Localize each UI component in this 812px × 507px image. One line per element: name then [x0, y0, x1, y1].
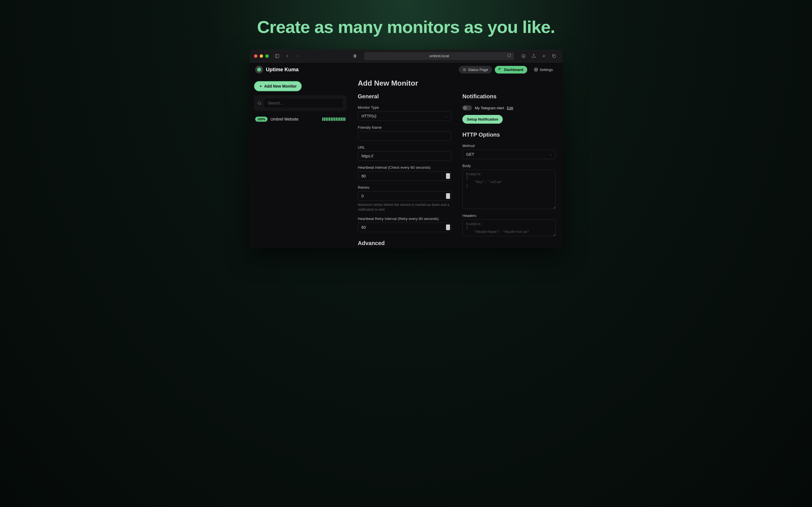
retries-help: Maximum retries before the service is ma… [358, 203, 451, 212]
page-title: Add New Monitor [358, 79, 556, 88]
app-content: Uptime Kuma Status Page Dashboard Settin… [250, 62, 562, 248]
header-nav: Status Page Dashboard Settings [459, 66, 557, 73]
download-icon[interactable] [520, 52, 527, 60]
chevron-down-icon: ⌄ [445, 114, 448, 118]
app-logo-icon [255, 66, 263, 73]
app-brand[interactable]: Uptime Kuma [255, 66, 299, 73]
forward-icon[interactable] [294, 52, 301, 60]
url-text: umbrel.local [429, 54, 449, 58]
nav-dashboard[interactable]: Dashboard [495, 66, 527, 73]
shield-icon[interactable] [351, 52, 359, 60]
body-group: Body [462, 164, 556, 209]
sidebar-icon[interactable] [273, 52, 281, 60]
method-label: Method [462, 144, 556, 148]
chevron-down-icon: ⌄ [550, 153, 552, 156]
svg-line-15 [260, 104, 261, 105]
retries-input[interactable] [358, 191, 451, 201]
retry-interval-group: Heartbeat Retry Interval (Retry every 60… [358, 217, 451, 232]
friendly-name-input[interactable] [358, 131, 451, 141]
body-textarea[interactable] [462, 170, 556, 209]
notification-name: My Telegram Alert [475, 106, 504, 110]
form-col-right: Notifications My Telegram Alert Edit Set… [462, 93, 556, 247]
monitor-list-item[interactable]: 100% Umbrel Website [254, 115, 347, 123]
monitor-name: Umbrel Website [270, 117, 319, 121]
app-title: Uptime Kuma [266, 67, 299, 73]
hero-title: Create as many monitors as you like. [257, 17, 555, 37]
monitor-type-label: Monitor Type [358, 105, 451, 110]
heartbeat-interval-input[interactable] [358, 171, 451, 181]
add-monitor-label: Add New Monitor [264, 84, 297, 89]
heartbeat-bar [322, 117, 345, 121]
gauge-icon [499, 68, 502, 71]
nav-settings[interactable]: Settings [530, 66, 557, 73]
tabs-icon[interactable] [550, 52, 558, 60]
retries-label: Retries [358, 185, 451, 189]
plus-icon [259, 84, 262, 88]
gear-icon [534, 68, 538, 71]
browser-window: umbrel.local Uptime Kuma [250, 50, 562, 248]
method-value: GET [466, 152, 474, 157]
setup-notification-button[interactable]: Setup Notification [462, 115, 503, 124]
retry-interval-label: Heartbeat Retry Interval (Retry every 60… [358, 217, 451, 221]
window-minimize-icon[interactable] [260, 54, 263, 58]
svg-rect-0 [275, 54, 279, 58]
url-input[interactable] [358, 151, 451, 161]
app-header: Uptime Kuma Status Page Dashboard Settin… [250, 62, 562, 76]
nav-dashboard-label: Dashboard [504, 68, 523, 72]
sidebar: Add New Monitor 100% Umbrel Website [250, 76, 351, 248]
url-label: URL [358, 145, 451, 150]
heartbeat-interval-group: Heartbeat Interval (Check every 60 secon… [358, 165, 451, 181]
main-content: Add New Monitor General Monitor Type HTT… [351, 76, 562, 248]
monitor-type-group: Monitor Type HTTP(s) ⌄ [358, 105, 451, 121]
add-monitor-button[interactable]: Add New Monitor [254, 81, 302, 91]
back-icon[interactable] [283, 52, 291, 60]
search-container [254, 95, 347, 111]
plus-icon[interactable] [540, 52, 548, 60]
browser-toolbar: umbrel.local [250, 50, 562, 62]
refresh-icon[interactable] [507, 54, 511, 58]
form-columns: General Monitor Type HTTP(s) ⌄ Friendly … [358, 93, 556, 247]
search-icon [257, 101, 261, 105]
method-select[interactable]: GET ⌄ [462, 150, 556, 159]
headers-textarea[interactable] [462, 219, 556, 236]
nav-status-page-label: Status Page [468, 68, 488, 72]
headers-group: Headers [462, 214, 556, 236]
url-bar[interactable]: umbrel.local [364, 52, 514, 60]
section-advanced-title: Advanced [358, 240, 451, 246]
friendly-name-label: Friendly Name [358, 125, 451, 129]
share-icon[interactable] [530, 52, 538, 60]
traffic-lights [254, 54, 269, 58]
section-notifications-title: Notifications [462, 93, 556, 100]
search-input[interactable] [264, 99, 343, 108]
retries-group: Retries Maximum retries before the servi… [358, 185, 451, 212]
headers-label: Headers [462, 214, 556, 218]
form-col-left: General Monitor Type HTTP(s) ⌄ Friendly … [358, 93, 451, 247]
list-icon [463, 68, 466, 71]
friendly-name-group: Friendly Name [358, 125, 451, 141]
nav-settings-label: Settings [540, 68, 553, 72]
svg-point-11 [536, 69, 537, 70]
monitor-type-value: HTTP(s) [361, 114, 376, 118]
section-general-title: General [358, 93, 451, 100]
svg-rect-7 [553, 55, 556, 57]
notification-item: My Telegram Alert Edit [462, 105, 556, 110]
method-group: Method GET ⌄ [462, 144, 556, 159]
number-stepper[interactable] [446, 173, 450, 179]
notification-toggle[interactable] [462, 105, 472, 110]
number-stepper[interactable] [446, 224, 450, 230]
notification-edit-link[interactable]: Edit [507, 106, 513, 110]
window-close-icon[interactable] [254, 54, 257, 58]
retry-interval-input[interactable] [358, 223, 451, 232]
uptime-badge: 100% [255, 117, 267, 122]
svg-point-14 [258, 102, 260, 104]
body-label: Body [462, 164, 556, 168]
url-group: URL [358, 145, 451, 161]
number-stepper[interactable] [446, 193, 450, 199]
monitor-type-select[interactable]: HTTP(s) ⌄ [358, 111, 451, 121]
heartbeat-interval-label: Heartbeat Interval (Check every 60 secon… [358, 165, 451, 170]
window-maximize-icon[interactable] [265, 54, 269, 58]
nav-status-page[interactable]: Status Page [459, 66, 492, 73]
app-body: Add New Monitor 100% Umbrel Website Add … [250, 76, 562, 248]
section-http-options-title: HTTP Options [462, 131, 556, 138]
